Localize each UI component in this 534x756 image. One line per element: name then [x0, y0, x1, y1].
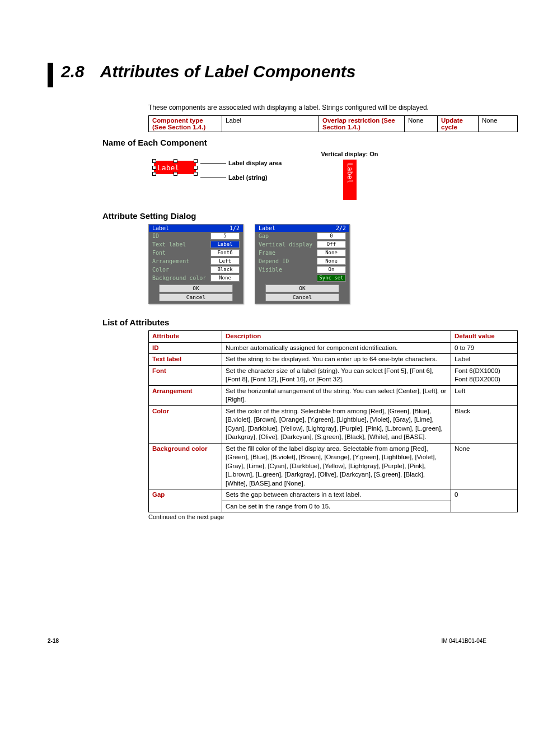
heading-name: Name of Each Component	[102, 138, 486, 147]
dialog-page: 1/2	[229, 225, 240, 231]
info-update-value: None	[479, 116, 518, 132]
resize-handle	[152, 172, 156, 176]
section-title: 2.8 Attributes of Label Components	[48, 62, 486, 87]
attr-desc: Set the fill color of the label display …	[222, 443, 451, 489]
dlg-value[interactable]: None	[317, 258, 346, 265]
dlg-label: Font	[152, 250, 166, 256]
dlg-label: ID	[152, 233, 159, 239]
section-number: 2.8	[61, 62, 85, 82]
table-row: Text label Set the string to be displaye…	[149, 354, 518, 366]
heading-list: List of Attributes	[102, 318, 486, 327]
attr-name: Text label	[149, 354, 222, 366]
dlg-label: Frame	[259, 250, 275, 256]
table-row: Gap Sets the gap between characters in a…	[149, 489, 518, 501]
info-overlap-label: Overlap restriction (See Section 1.4.)	[319, 116, 405, 132]
dlg-value[interactable]: 5	[210, 232, 240, 240]
attr-default: Label	[451, 354, 518, 366]
attr-default: Font 6(DX1000) Font 8(DX2000)	[451, 365, 518, 385]
dlg-label: Arrangement	[152, 258, 189, 264]
attr-default: 0 to 79	[451, 342, 518, 354]
attribute-dialog-1: Label 1/2 ID5 Text labelLabel FontFont6 …	[148, 224, 243, 304]
dlg-label: Visible	[259, 267, 282, 273]
attr-desc: Number automatically assigned for compon…	[222, 342, 451, 354]
table-row: Can be set in the range from 0 to 15.	[149, 501, 518, 512]
resize-handle	[194, 166, 198, 170]
attr-desc: Sets the gap between characters in a tex…	[222, 489, 451, 501]
dlg-label: Gap	[259, 233, 269, 239]
callout-display-area: Label display area	[228, 160, 282, 166]
callout-label-string: Label (string)	[228, 174, 268, 181]
page-footer: 2-18 IM 04L41B01-04E	[48, 638, 486, 644]
attr-name: Color	[149, 405, 222, 443]
dlg-value[interactable]: Font6	[210, 249, 240, 256]
attr-name: Gap	[149, 489, 222, 501]
dlg-value[interactable]: Off	[317, 241, 346, 248]
resize-handle	[152, 166, 156, 170]
dlg-value[interactable]: None	[317, 249, 346, 256]
dlg-value[interactable]: 0	[317, 232, 346, 240]
info-overlap-value: None	[405, 116, 438, 132]
info-component-type-label: Component type (See Section 1.4.)	[149, 116, 222, 132]
dlg-label: Text label	[152, 241, 186, 248]
component-info-table: Component type (See Section 1.4.) Label …	[148, 115, 518, 132]
callout-line	[200, 178, 226, 178]
ok-button[interactable]: OK	[265, 284, 339, 292]
heading-dialog: Attribute Setting Dialog	[102, 211, 486, 221]
resize-handle	[174, 172, 177, 176]
vertical-caption: Vertical display: On	[321, 151, 379, 157]
attribute-dialog-2: Label 2/2 Gap0 Vertical displayOff Frame…	[255, 224, 350, 304]
label-string: Label	[157, 164, 179, 172]
dlg-value[interactable]: Label	[210, 241, 240, 248]
sync-set-button[interactable]: Sync set	[317, 274, 346, 282]
table-row: Color Set the color of the string. Selec…	[149, 405, 518, 443]
attr-desc: Set the character size of a label (strin…	[222, 365, 451, 385]
label-display-area: Label	[154, 161, 196, 174]
dlg-value[interactable]: Black	[210, 266, 240, 273]
attr-name: Background color	[149, 443, 222, 489]
attr-desc: Set the string to be displayed. You can …	[222, 354, 451, 366]
dialog-title: Label	[152, 225, 169, 231]
ok-button[interactable]: OK	[159, 284, 233, 292]
dialog-title: Label	[259, 225, 275, 231]
table-row: Font Set the character size of a label (…	[149, 365, 518, 385]
section-heading: Attributes of Label Components	[100, 62, 356, 82]
col-default: Default value	[451, 331, 518, 343]
attr-default: 0	[451, 489, 518, 501]
info-component-type-value: Label	[222, 116, 319, 132]
attr-name: Arrangement	[149, 385, 222, 405]
attributes-table: Attribute Description Default value ID N…	[148, 330, 518, 512]
cancel-button[interactable]: Cancel	[265, 293, 339, 301]
dialog-page: 2/2	[336, 225, 346, 231]
attr-name: Font	[149, 365, 222, 385]
col-attribute: Attribute	[149, 331, 222, 343]
attr-desc: Set the horizontal arrangement of the st…	[222, 385, 451, 405]
col-description: Description	[222, 331, 451, 343]
attr-default: None	[451, 443, 518, 489]
dlg-value[interactable]: Left	[210, 258, 240, 265]
attr-default: Left	[451, 385, 518, 405]
callout-line	[200, 163, 226, 164]
cancel-button[interactable]: Cancel	[159, 293, 233, 301]
title-bar	[48, 63, 53, 87]
table-row: Background color Set the fill color of t…	[149, 443, 518, 489]
table-row: Arrangement Set the horizontal arrangeme…	[149, 385, 518, 405]
intro-text: These components are associated with dis…	[148, 103, 486, 112]
resize-handle	[194, 159, 198, 163]
doc-id: IM 04L41B01-04E	[441, 638, 486, 644]
dlg-label: Depend ID	[259, 258, 289, 264]
dlg-value[interactable]: On	[317, 266, 346, 273]
resize-handle	[152, 159, 156, 163]
attr-desc: Set the color of the string. Selectable …	[222, 405, 451, 443]
page-number: 2-18	[48, 638, 59, 644]
dlg-label: Color	[152, 267, 169, 273]
attr-default: Black	[451, 405, 518, 443]
dlg-value[interactable]: None	[210, 274, 240, 282]
resize-handle	[194, 172, 198, 176]
table-row: ID Number automatically assigned for com…	[149, 342, 518, 354]
vertical-label-text: Label	[346, 163, 354, 183]
vertical-label-box: Label	[343, 160, 357, 200]
attr-name: ID	[149, 342, 222, 354]
dlg-label: Background color	[152, 275, 206, 281]
resize-handle	[174, 159, 177, 163]
attr-desc-extra: Can be set in the range from 0 to 15.	[222, 501, 451, 512]
